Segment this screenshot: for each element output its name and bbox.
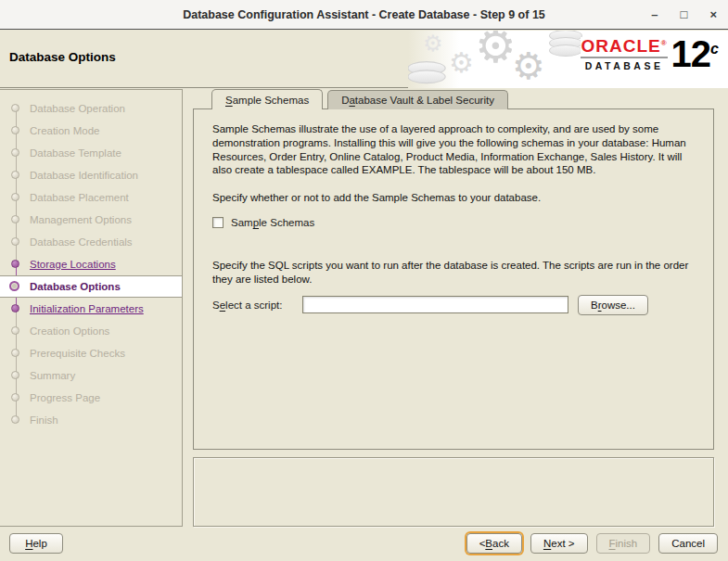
step-label: Database Options [30,281,121,292]
step-bullet-icon [11,193,19,201]
version-12c: 12c [671,37,719,70]
step-label: Creation Mode [30,125,99,136]
sidebar-step-creation-mode: Creation Mode [0,120,182,142]
sidebar-steps: Database OperationCreation ModeDatabase … [0,90,182,431]
step-bullet-icon [11,260,19,268]
step-label: Creation Options [30,325,109,337]
finish-button: Finish [596,533,651,554]
sidebar-step-summary: Summary [0,364,182,387]
wizard-footer: Help < Back Next > Finish Cancel [0,527,728,561]
logo-divider [581,57,667,58]
minimize-icon[interactable]: – [651,0,658,30]
sample-schemas-panel: Sample Schemas illustrate the use of a l… [193,108,714,450]
step-bullet-icon [11,148,19,157]
step-bullet-icon [11,349,19,357]
sidebar-step-database-options: Database Options [0,275,182,298]
options-tabbar: Sample Schemas Database Vault & Label Se… [211,90,508,109]
gear-icon: ⚙ [423,32,443,55]
tab-sample-schemas[interactable]: Sample Schemas [211,89,323,109]
window-controls: – □ × [651,0,717,30]
sample-schemas-checkbox-row[interactable]: Sample Schemas [212,217,314,228]
step-label: Database Credentials [30,236,133,248]
sidebar-step-management-options: Management Options [0,209,182,231]
wizard-steps-sidebar: Database OperationCreation ModeDatabase … [0,89,183,527]
tab-database-vault-label-security[interactable]: Database Vault & Label Security [327,90,508,109]
step-label: Initialization Parameters [30,303,144,314]
database-cylinder-icon [549,34,582,57]
message-area [193,457,714,527]
step-bullet-icon [11,304,19,312]
select-script-row: Select a script: Browse... [212,295,695,315]
sidebar-step-database-credentials: Database Credentials [0,231,182,253]
brand-graphic-area: ⚙ ⚙ ⚙ ⚙ ORACLE® DATABASE 12c [408,31,728,88]
window-title: Database Configuration Assistant - Creat… [183,8,545,21]
step-label: Prerequisite Checks [30,348,125,359]
step-label: Database Operation [30,103,125,114]
step-label: Storage Locations [30,259,116,270]
navigation-buttons: < Back Next > Finish Cancel [466,533,718,554]
step-label: Management Options [30,214,132,225]
gear-icon: ⚙ [512,47,545,84]
step-label: Database Template [30,147,121,159]
step-bullet-icon [11,326,19,335]
step-label: Database Identification [30,170,138,181]
step-bullet-icon [11,126,19,134]
help-button[interactable]: Help [9,533,63,554]
cancel-button[interactable]: Cancel [658,533,718,554]
select-script-label: Select a script: [212,300,302,311]
window-titlebar: Database Configuration Assistant - Creat… [0,0,728,30]
sidebar-step-finish: Finish [0,409,182,431]
back-button[interactable]: < Back [466,533,522,554]
step-bullet-icon [11,393,19,402]
next-button[interactable]: Next > [530,533,588,554]
sidebar-step-database-operation: Database Operation [0,97,182,120]
sample-schemas-checkbox[interactable] [212,217,224,228]
step-label: Finish [30,414,58,426]
sidebar-step-database-identification: Database Identification [0,164,182,186]
sample-schemas-description: Sample Schemas illustrate the use of a l… [212,122,695,177]
scripts-description: Specify the SQL scripts you want to run … [212,259,695,287]
step-label: Progress Page [30,392,100,403]
sample-schemas-checkbox-label: Sample Schemas [231,217,314,228]
browse-button[interactable]: Browse... [578,295,648,315]
step-bullet-icon [11,215,19,223]
sidebar-step-storage-locations[interactable]: Storage Locations [0,253,182,275]
step-bullet-icon [11,104,19,112]
sidebar-step-creation-options: Creation Options [0,320,182,342]
close-icon[interactable]: × [709,0,717,30]
gear-icon: ⚙ [449,49,474,77]
sidebar-step-prerequisite-checks: Prerequisite Checks [0,342,182,364]
step-label: Summary [30,370,75,381]
step-label: Database Placement [30,192,129,203]
step-bullet-icon [9,281,19,291]
step-bullet-icon [11,171,19,179]
database-wordmark: DATABASE [581,61,667,71]
sidebar-step-database-placement: Database Placement [0,186,182,209]
gear-icon: ⚙ [475,31,517,70]
step-bullet-icon [11,237,19,246]
step-bullet-icon [11,415,19,424]
sidebar-step-initialization-parameters[interactable]: Initialization Parameters [0,298,182,320]
sidebar-step-progress-page: Progress Page [0,387,182,409]
script-path-input[interactable] [302,296,568,313]
oracle-wordmark: ORACLE® [581,37,667,55]
step-bullet-icon [11,371,19,379]
oracle-database-12c-logo: ORACLE® DATABASE 12c [581,37,719,71]
sample-schemas-instruction: Specify whether or not to add the Sample… [212,191,695,205]
page-title: Database Options [9,50,116,64]
maximize-icon[interactable]: □ [681,0,688,30]
database-cylinder-icon [408,67,446,83]
wizard-header: Database Options ⚙ ⚙ ⚙ ⚙ ORACLE® DATABAS… [0,31,728,88]
sidebar-step-database-template: Database Template [0,142,182,164]
